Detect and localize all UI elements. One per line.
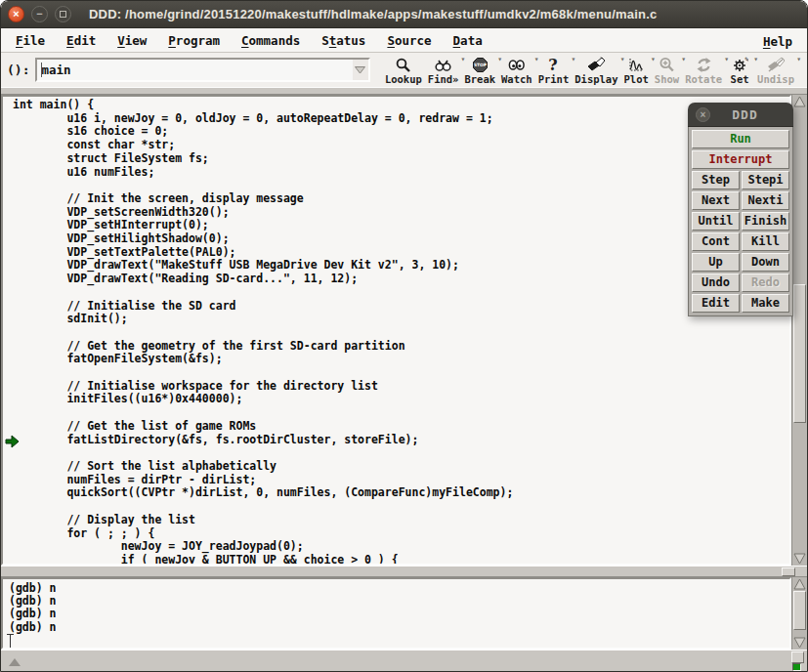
source-view[interactable]: int main() { u16 i, newJoy = 0, oldJoy =…	[1, 95, 791, 566]
corner-resize-grip[interactable]	[791, 651, 804, 663]
pane-divider-handle[interactable]	[782, 567, 795, 576]
menu-view[interactable]: View	[106, 30, 157, 51]
console-pane-row: (gdb) n (gdb) n (gdb) n (gdb) n	[1, 577, 807, 650]
gdb-console-text[interactable]: (gdb) n (gdb) n (gdb) n (gdb) n	[3, 579, 789, 634]
toolbar-button-label: Print	[538, 73, 570, 85]
window-maximize-button[interactable]	[55, 6, 71, 22]
argument-dropdown-button[interactable]	[353, 60, 368, 80]
toolbar-button-print[interactable]: ?Print▾	[535, 56, 573, 85]
command-tool-titlebar: × DDD	[688, 103, 793, 127]
console-cursor	[6, 634, 15, 649]
scroll-down-icon[interactable]	[793, 637, 806, 649]
toolbar-button-find[interactable]: Find»▾	[425, 56, 462, 85]
scroll-down-icon[interactable]	[793, 553, 806, 565]
command-tool-buttons: Run Interrupt StepStepiNextNextiUntilFin…	[688, 127, 793, 316]
svg-text:?: ?	[549, 57, 558, 73]
pane-divider-top[interactable]	[1, 87, 807, 95]
status-expand-toggle[interactable]	[9, 658, 21, 666]
window-close-button[interactable]: ×	[8, 6, 24, 22]
scroll-up-icon[interactable]	[793, 578, 806, 590]
toolbar-button-label: Find»	[428, 73, 459, 85]
source-code[interactable]: int main() { u16 i, newJoy = 0, oldJoy =…	[3, 97, 789, 566]
argument-combo	[35, 58, 369, 82]
argument-input[interactable]	[37, 60, 352, 80]
lookup-icon	[395, 57, 411, 73]
watch-icon	[508, 57, 526, 73]
cont-button[interactable]: Cont	[692, 232, 740, 251]
menubar-items: FileEditViewProgramCommandsStatusSourceD…	[5, 30, 493, 51]
menu-help[interactable]: Help	[752, 31, 803, 52]
toolbar-button-display[interactable]: Display▾	[572, 56, 620, 85]
toolbar-button-label: Rotate	[685, 73, 722, 85]
find-icon	[435, 57, 451, 73]
chevron-down-icon	[355, 66, 365, 74]
scroll-up-icon[interactable]	[793, 96, 806, 107]
toolbar-button-break[interactable]: STOPBreak▾	[461, 56, 498, 85]
console-scrollbar-thumb[interactable]	[793, 591, 806, 630]
window-titlebar: × − DDD: /home/grind/20151220/makestuff/…	[1, 1, 807, 28]
rotate-icon	[696, 57, 712, 73]
interrupt-button[interactable]: Interrupt	[692, 150, 789, 169]
run-button[interactable]: Run	[692, 130, 789, 148]
text-caret	[41, 63, 42, 77]
nexti-button[interactable]: Nexti	[742, 191, 789, 210]
redo-button[interactable]: Redo	[742, 273, 789, 292]
finish-button[interactable]: Finish	[742, 212, 789, 231]
menu-source[interactable]: Source	[376, 30, 442, 51]
set-icon: ✎	[732, 57, 748, 73]
kill-button[interactable]: Kill	[742, 232, 789, 251]
next-button[interactable]: Next	[692, 191, 740, 210]
argument-label: ():	[7, 63, 29, 77]
until-button[interactable]: Until	[692, 212, 740, 231]
undisplay-icon	[767, 57, 786, 73]
toolbar-button-lookup[interactable]: Lookup	[382, 56, 425, 85]
panel-title-text: DDD	[710, 107, 793, 122]
menu-data[interactable]: Data	[443, 30, 493, 51]
toolbar-button-show[interactable]: Show▾	[652, 56, 682, 85]
pane-divider-middle[interactable]	[1, 566, 807, 577]
display-icon	[587, 57, 606, 73]
maximize-icon	[60, 11, 66, 18]
gdb-console[interactable]: (gdb) n (gdb) n (gdb) n (gdb) n	[1, 577, 791, 650]
toolbar-button-set[interactable]: ✎Set▾	[725, 56, 754, 85]
show-icon	[659, 57, 675, 73]
menu-status[interactable]: Status	[311, 30, 376, 51]
menu-file[interactable]: File	[5, 30, 56, 51]
toolbar-button-plot[interactable]: Plot▾	[621, 56, 652, 85]
console-scrollbar[interactable]	[791, 577, 807, 650]
argument-toolbar: (): LookupFind»▾STOPBreak▾Watch▾?Print▾D…	[1, 53, 807, 87]
toolbar-button-undisp[interactable]: Undisp▾	[754, 56, 797, 85]
up-button[interactable]: Up	[692, 253, 740, 272]
menu-program[interactable]: Program	[157, 30, 231, 51]
menu-help-slot: Help	[752, 31, 803, 50]
source-pane-row: int main() { u16 i, newJoy = 0, oldJoy =…	[1, 95, 807, 566]
print-icon: ?	[546, 57, 560, 73]
edit-button[interactable]: Edit	[692, 294, 740, 313]
source-scrollbar-thumb[interactable]	[793, 284, 806, 423]
toolbar-button-label: Set	[731, 73, 749, 85]
step-button[interactable]: Step	[692, 171, 740, 189]
menu-commands[interactable]: Commands	[231, 30, 311, 51]
panel-close-button[interactable]: ×	[696, 107, 710, 122]
toolbar-button-label: Undisp	[757, 73, 794, 85]
stepi-button[interactable]: Stepi	[742, 171, 789, 189]
menu-edit[interactable]: Edit	[56, 30, 106, 51]
window-minimize-button[interactable]: −	[31, 6, 48, 22]
toolbar-button-label: Lookup	[385, 73, 422, 85]
dropdown-arrow-icon[interactable]: ▾	[796, 55, 801, 63]
undo-button[interactable]: Undo	[692, 273, 740, 292]
down-button[interactable]: Down	[742, 253, 789, 272]
toolbar-button-label: Break	[464, 73, 495, 85]
toolbar-button-label: Watch	[501, 73, 532, 85]
toolbar-button-watch[interactable]: Watch▾	[498, 56, 535, 85]
menubar: FileEditViewProgramCommandsStatusSourceD…	[1, 28, 807, 53]
current-line-arrow	[5, 434, 20, 452]
toolbar-button-label: Display	[574, 73, 617, 85]
toolbar-buttons: LookupFind»▾STOPBreak▾Watch▾?Print▾Displ…	[370, 56, 801, 85]
make-button[interactable]: Make	[742, 294, 789, 313]
status-led	[792, 663, 801, 671]
source-scrollbar[interactable]	[791, 95, 807, 566]
toolbar-button-rotate[interactable]: Rotate▾	[682, 56, 725, 85]
svg-text:STOP: STOP	[474, 63, 488, 67]
command-tool-panel: × DDD Run Interrupt StepStepiNextNextiUn…	[688, 103, 793, 316]
